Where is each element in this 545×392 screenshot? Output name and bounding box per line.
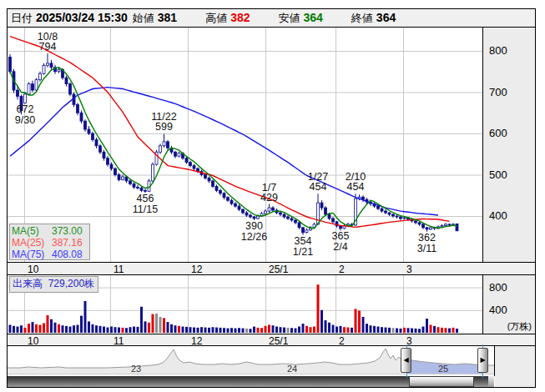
month-label: 11 <box>114 335 124 347</box>
close-value: 364 <box>376 11 396 24</box>
month-label: 10 <box>28 264 38 275</box>
navigator-chart <box>8 346 494 376</box>
month-label: 3 <box>406 335 412 347</box>
ma25-label: MA(25) <box>12 237 52 249</box>
year-label: 24 <box>287 364 297 374</box>
quote-header: 日付2025/03/24 15:30 始値381 高値382 安値364 終値3… <box>8 9 535 28</box>
volume-chart-pane: 出来高 729,200株 <box>8 275 483 334</box>
svg-text:672: 672 <box>17 103 34 115</box>
svg-text:390: 390 <box>245 220 263 232</box>
scrollbar-filler <box>495 376 535 387</box>
year-label: 23 <box>131 364 141 374</box>
candles <box>9 53 459 235</box>
close-label: 終値 <box>351 11 373 26</box>
volume-label: 出来高 <box>13 278 43 289</box>
date-value: 2025/03/24 15:30 <box>36 11 128 24</box>
month-label: 12 <box>191 264 202 275</box>
navigator-pane[interactable]: ◀ ▶ 232425 <box>8 346 495 376</box>
ma5-label: MA(5) <box>12 225 52 237</box>
svg-text:456: 456 <box>137 193 154 204</box>
volume-tick-label: 800 <box>489 281 507 294</box>
volume-axis-panel: (万株) 800400 <box>483 275 535 334</box>
low-value: 364 <box>303 11 322 24</box>
price-axis-panel: 800700600500400 <box>483 28 535 262</box>
volume-tick-label: 400 <box>489 304 507 316</box>
volume-block: 出来高 729,200株 (万株) 800400 <box>8 275 535 334</box>
ma5-line <box>10 68 457 229</box>
volume-label-box: 出来高 729,200株 <box>9 276 98 293</box>
volume-unit-label: (万株) <box>507 320 532 333</box>
right-arrow-icon: ▶ <box>480 357 485 364</box>
svg-text:9/30: 9/30 <box>15 114 35 126</box>
year-label: 25 <box>438 364 448 374</box>
month-label: 2 <box>339 335 345 347</box>
month-label: 12 <box>191 335 202 347</box>
high-label: 高値 <box>205 11 227 26</box>
svg-text:11/15: 11/15 <box>133 204 158 215</box>
svg-text:454: 454 <box>347 181 365 193</box>
navigator-filler <box>495 346 535 376</box>
svg-text:1/21: 1/21 <box>293 246 313 258</box>
ma25-line <box>10 37 450 228</box>
month-axis-strip-lower: 10111225/123 <box>8 334 535 346</box>
ma25-value: 387.16 <box>52 237 83 249</box>
scrollbar-row <box>8 376 535 387</box>
open-label: 始値 <box>133 11 154 26</box>
ma75-label: MA(75) <box>12 249 52 260</box>
range-scroll-left-button[interactable]: ◀ <box>401 348 411 373</box>
volume-value: 729,200株 <box>48 278 94 289</box>
chart-window: 日付2025/03/24 15:30 始値381 高値382 安値364 終値3… <box>7 8 536 388</box>
svg-text:599: 599 <box>155 121 173 133</box>
scrollbar-thumb[interactable] <box>409 376 474 387</box>
month-label: 25/1 <box>269 335 288 347</box>
scrollbar-endcap <box>488 376 494 387</box>
ma75-value: 408.08 <box>52 249 83 260</box>
svg-text:794: 794 <box>39 41 57 53</box>
svg-text:429: 429 <box>260 192 278 204</box>
svg-text:362: 362 <box>418 232 436 244</box>
navigator-block: ◀ ▶ 232425 <box>8 346 535 376</box>
svg-text:354: 354 <box>295 235 312 247</box>
svg-text:365: 365 <box>332 230 350 242</box>
price-tick-label: 800 <box>489 44 507 57</box>
ma5-value: 373.00 <box>52 225 83 237</box>
month-label: 2 <box>339 264 345 275</box>
low-label: 安値 <box>278 11 300 26</box>
price-tick-label: 700 <box>489 86 507 98</box>
month-axis-strip-upper: 10111225/123 <box>8 262 535 275</box>
high-value: 382 <box>230 11 250 24</box>
month-label: 11 <box>114 264 124 275</box>
price-tick-label: 500 <box>489 168 507 181</box>
svg-text:3/11: 3/11 <box>417 243 437 254</box>
price-tick-label: 600 <box>489 127 507 139</box>
ma-legend: MA(5)373.00 MA(25)387.16 MA(75)408.08 <box>9 224 90 260</box>
scrollbar-track[interactable] <box>8 376 494 387</box>
price-tick-label: 400 <box>489 209 507 222</box>
left-arrow-icon: ◀ <box>403 357 408 364</box>
svg-text:2/4: 2/4 <box>333 241 347 253</box>
month-label: 10 <box>28 335 38 347</box>
range-scroll-right-button[interactable]: ▶ <box>477 348 488 373</box>
open-value: 381 <box>158 11 177 24</box>
price-chart-pane: 10/87946729/3011/2259945611/151/74293901… <box>8 28 483 262</box>
svg-text:12/26: 12/26 <box>241 231 267 243</box>
price-chart-block: 10/87946729/3011/2259945611/151/74293901… <box>8 28 535 262</box>
month-label: 3 <box>406 264 412 275</box>
month-label: 25/1 <box>269 264 288 275</box>
date-label: 日付 <box>11 11 33 26</box>
svg-text:454: 454 <box>310 181 327 193</box>
